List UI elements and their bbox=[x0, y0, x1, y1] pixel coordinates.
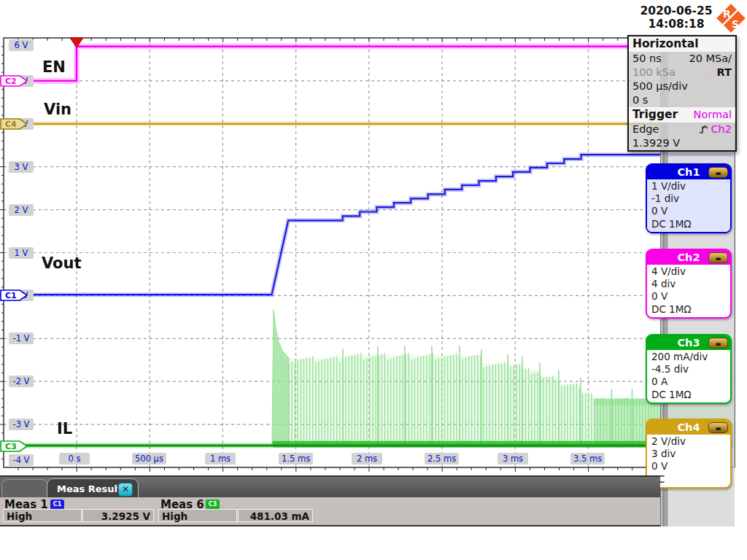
ch1-scale: 1 V/div bbox=[651, 180, 726, 192]
meas6-type: High bbox=[158, 509, 237, 522]
meas6-value: 481.03 mA bbox=[238, 509, 313, 522]
ch1-offset: 0 V bbox=[651, 205, 726, 217]
channel-badge-ch3[interactable]: Ch3 ▃ 200 mA/div -4.5 div 0 A DC 1MΩ bbox=[646, 334, 732, 404]
channel-marker-c4[interactable]: C4 bbox=[0, 117, 29, 133]
horizontal-record-row: 100 kSa ◁RT bbox=[629, 66, 735, 79]
horizontal-trigger-dialog: Horizontal 50 ns 20 MSa/ 100 kSa ◁RT 500… bbox=[627, 35, 737, 152]
trigger-source: Ch2 bbox=[711, 122, 732, 136]
meas1-source-badge: C1 bbox=[50, 499, 64, 510]
ch1-coupling: DC 1MΩ bbox=[651, 218, 726, 230]
svg-text:R: R bbox=[723, 8, 731, 20]
trigger-type-row: Edge Ch2 bbox=[629, 122, 735, 136]
ch2-scale: 4 V/div bbox=[651, 265, 726, 278]
ch4-minimize-button[interactable]: ▃ bbox=[708, 422, 728, 433]
timestamp-date: 2020-06-25 bbox=[633, 4, 719, 18]
channel-marker-c2[interactable]: C2 bbox=[0, 74, 29, 90]
ch1-header[interactable]: Ch1 ▃ bbox=[647, 165, 730, 179]
trace-label-il: IL bbox=[57, 420, 72, 438]
ch3-coupling: DC 1MΩ bbox=[651, 389, 726, 401]
svg-text:S: S bbox=[732, 18, 739, 30]
svg-text:C1: C1 bbox=[5, 291, 17, 300]
trace-label-vout: Vout bbox=[42, 254, 82, 272]
svg-text:C2: C2 bbox=[5, 77, 17, 86]
timestamp-time: 14:08:18 bbox=[633, 18, 719, 31]
rising-edge-icon bbox=[698, 124, 709, 135]
trace-label-vin: Vin bbox=[44, 101, 71, 118]
meas1-type: High bbox=[3, 509, 82, 522]
channel-marker-c3[interactable]: C3 bbox=[0, 440, 29, 456]
trace-label-en: EN bbox=[42, 58, 66, 76]
trigger-dialog-header: Trigger Normal bbox=[629, 107, 735, 122]
meas6-source-badge: C3 bbox=[206, 499, 220, 510]
ch2-header[interactable]: Ch2 ▃ bbox=[647, 250, 730, 265]
meas-results-panel: Meas 1 C1 Meas 6 C3 High 3.2925 V High 4… bbox=[0, 497, 660, 526]
ch2-minimize-button[interactable]: ▃ bbox=[708, 252, 728, 263]
horizontal-scale-row: 500 µs/div bbox=[629, 79, 735, 93]
trigger-mode: Normal bbox=[694, 107, 732, 122]
ch4-header[interactable]: Ch4 ▃ bbox=[647, 420, 730, 435]
tab-stub[interactable] bbox=[1, 479, 48, 499]
ch3-header[interactable]: Ch3 ▃ bbox=[647, 335, 730, 350]
ch3-scale: 200 mA/div bbox=[651, 351, 726, 363]
ch3-offset: 0 A bbox=[651, 376, 726, 388]
meas1-value: 3.2925 V bbox=[82, 509, 154, 522]
ch4-offset: 0 V bbox=[651, 460, 726, 472]
trigger-level-row: 1.3929 V bbox=[629, 136, 735, 150]
ch4-scale: 2 V/div bbox=[651, 435, 726, 448]
channel-badge-ch2[interactable]: Ch2 ▃ 4 V/div 4 div 0 V DC 1MΩ bbox=[646, 249, 732, 319]
ch2-coupling: DC 1MΩ bbox=[651, 303, 726, 316]
svg-text:C3: C3 bbox=[5, 442, 17, 451]
ch2-offset: 0 V bbox=[651, 290, 726, 303]
tab-meas-results[interactable]: Meas Results ✕ bbox=[47, 478, 139, 499]
ch3-position: -4.5 div bbox=[651, 363, 726, 376]
close-icon[interactable]: ✕ bbox=[118, 483, 133, 497]
ch1-minimize-button[interactable]: ▃ bbox=[708, 167, 728, 178]
bottom-tab-bar: Meas Results ✕ bbox=[0, 475, 660, 499]
channel-marker-c1[interactable]: C1 bbox=[0, 289, 29, 305]
timestamp: 2020-06-25 14:08:18 bbox=[633, 4, 719, 31]
svg-text:C4: C4 bbox=[5, 120, 17, 129]
rt-arrow-icon: ◁ bbox=[708, 68, 715, 78]
rs-logo-icon: R S bbox=[715, 2, 747, 37]
channel-badge-ch1[interactable]: Ch1 ▃ 1 V/div -1 div 0 V DC 1MΩ bbox=[646, 163, 732, 233]
ch4-coupling: AC bbox=[651, 473, 726, 486]
ch2-position: 4 div bbox=[651, 278, 726, 290]
ch4-position: 3 div bbox=[651, 448, 726, 460]
horizontal-position-row: 0 s bbox=[629, 93, 735, 107]
horizontal-resolution-row: 50 ns 20 MSa/ bbox=[629, 52, 735, 66]
horizontal-dialog-header: Horizontal bbox=[629, 36, 735, 52]
ch1-position: -1 div bbox=[651, 192, 726, 205]
ch3-minimize-button[interactable]: ▃ bbox=[708, 338, 728, 349]
